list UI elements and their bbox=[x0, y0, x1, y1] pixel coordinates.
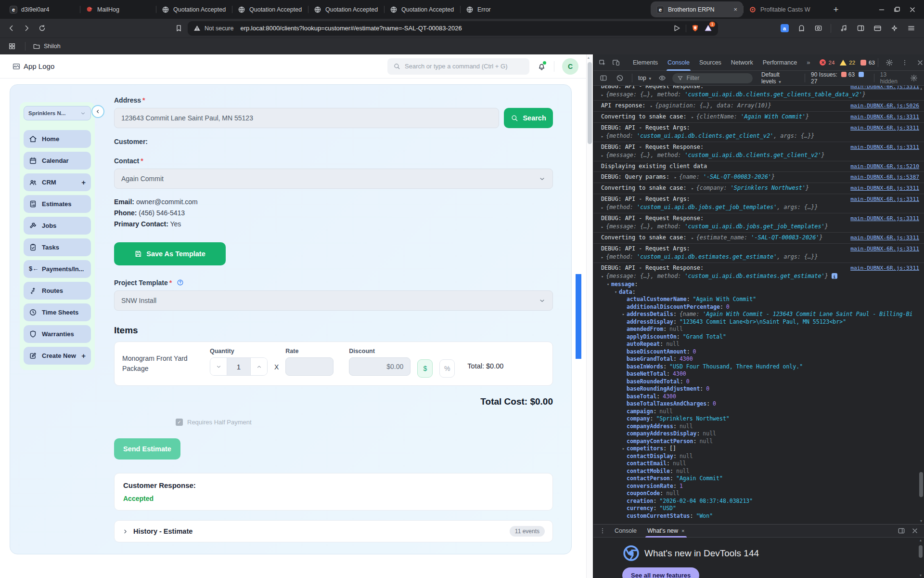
rate-input[interactable] bbox=[285, 357, 334, 376]
object-tree-row[interactable]: autoRepeat:null bbox=[593, 341, 924, 348]
save-as-template-button[interactable]: Save As Template bbox=[114, 242, 226, 265]
object-preview[interactable]: ▸{clientName: 'Again With Commit'} bbox=[692, 113, 846, 121]
sidebar-collapse-button[interactable] bbox=[91, 105, 104, 118]
brave-shield-icon[interactable] bbox=[691, 24, 699, 32]
object-preview[interactable]: ▸{estimate_name: '-SAL-QT-00083-2026'} bbox=[692, 234, 846, 242]
devtools-tab-console[interactable]: Console bbox=[663, 54, 694, 71]
share-icon[interactable] bbox=[673, 24, 681, 32]
object-tree-row[interactable]: couponCode:null bbox=[593, 490, 924, 498]
quantity-value[interactable]: 1 bbox=[227, 358, 251, 375]
console-log[interactable]: DEBUG: API - Request Response:main-DUBNX… bbox=[593, 86, 924, 524]
object-tree-row[interactable]: baseRoundedTotal:0 bbox=[593, 378, 924, 386]
brave-rewards-icon[interactable]: 1 bbox=[704, 24, 712, 32]
scroll-up-arrow[interactable]: ▲ bbox=[919, 87, 924, 91]
browser-tab[interactable]: ed3i9ei0ar4 bbox=[4, 0, 80, 19]
object-preview[interactable]: ▸{message: {…}, method: 'custom_ui.api.d… bbox=[601, 151, 919, 160]
leo-ai-icon[interactable] bbox=[888, 22, 900, 35]
drawer-layout-icon[interactable] bbox=[895, 525, 908, 537]
forward-button[interactable] bbox=[20, 22, 33, 35]
source-link[interactable]: main-DUBNX-6R.js:5026 bbox=[850, 102, 919, 110]
devtools-settings-icon[interactable] bbox=[883, 56, 896, 69]
tab-close-icon[interactable]: × bbox=[733, 6, 737, 13]
history-section[interactable]: History - Estimate 11 events bbox=[114, 520, 553, 542]
menu-icon[interactable] bbox=[905, 22, 917, 35]
address-search-button[interactable]: Search bbox=[504, 108, 553, 128]
drawer-tab-console[interactable]: Console bbox=[610, 525, 642, 538]
user-avatar[interactable]: C bbox=[562, 58, 578, 75]
add-icon[interactable]: + bbox=[81, 178, 86, 186]
quantity-decrease-button[interactable] bbox=[210, 358, 227, 375]
console-errors-icon[interactable]: ✕ bbox=[820, 59, 826, 66]
drawer-close-icon[interactable] bbox=[909, 525, 921, 537]
sidebar-item-jobs[interactable]: Jobs bbox=[24, 217, 91, 235]
issues-summary[interactable]: 90 Issues:6327 bbox=[811, 71, 868, 85]
contact-select[interactable]: Again Commit bbox=[114, 169, 553, 189]
console-message[interactable]: DEBUG: API - Request Args:main-DUBNX-6R.… bbox=[593, 123, 924, 142]
source-link[interactable]: main-DUBNX-6R.js:3311 bbox=[850, 214, 919, 223]
sidebar-item-crm[interactable]: CRM+ bbox=[24, 173, 91, 191]
sidebar-item-estimates[interactable]: Estimates bbox=[24, 195, 91, 213]
project-template-select[interactable]: SNW Install bbox=[114, 290, 553, 311]
add-icon[interactable]: + bbox=[81, 352, 86, 360]
object-tree-row[interactable]: actualCustomerName:"Again With Commit" bbox=[593, 296, 924, 303]
browser-tab[interactable]: Quotation Accepted bbox=[308, 0, 384, 19]
source-link[interactable]: main-DUBNX-6R.js:3311 bbox=[850, 264, 919, 272]
reload-button[interactable] bbox=[36, 22, 48, 35]
object-tree-row[interactable]: baseDiscountAmount:0 bbox=[593, 348, 924, 356]
devtools-close-icon[interactable] bbox=[914, 56, 924, 69]
object-tree-row[interactable]: companyAddress:null bbox=[593, 423, 924, 431]
source-link[interactable]: main-DUBNX-6R.js:3311 bbox=[850, 195, 919, 203]
console-errors-count[interactable]: 24 bbox=[828, 60, 834, 66]
devtools-tab-elements[interactable]: Elements bbox=[628, 54, 663, 71]
object-preview[interactable]: ▸{method: 'custom_ui.api.db.clients.get_… bbox=[601, 132, 919, 141]
expand-arrow-icon[interactable]: ▸ bbox=[620, 311, 627, 318]
console-scrollbar[interactable]: ▲ ▼ bbox=[919, 87, 924, 523]
object-tree-row[interactable]: contactDisplay:null bbox=[593, 453, 924, 460]
object-tree-row[interactable]: baseRoundingAdjustment:0 bbox=[593, 385, 924, 393]
console-message[interactable]: DEBUG: API - Request Response:main-DUBNX… bbox=[593, 263, 924, 281]
back-button[interactable] bbox=[5, 22, 17, 35]
hidden-messages-label[interactable]: 13 hidden bbox=[880, 71, 904, 85]
media-icon[interactable] bbox=[837, 22, 850, 35]
sidebar-item-time-sheets[interactable]: Time Sheets bbox=[24, 303, 91, 321]
object-tree-row[interactable]: ▸competitors:[] bbox=[593, 445, 924, 453]
send-estimate-button[interactable]: Send Estimate bbox=[114, 438, 180, 460]
minimize-button[interactable] bbox=[878, 6, 886, 13]
console-filter-input[interactable] bbox=[687, 75, 744, 81]
object-preview[interactable]: ▸{pagination: {…}, data: Array(10)} bbox=[650, 102, 846, 110]
console-message[interactable]: DEBUG: Query params:▸{name: '-SAL-QT-000… bbox=[593, 172, 924, 183]
new-tab-button[interactable]: + bbox=[828, 4, 844, 15]
app-logo[interactable]: App Logo bbox=[12, 62, 54, 71]
discount-dollar-toggle[interactable]: $ bbox=[417, 359, 433, 378]
discount-input[interactable]: $0.00 bbox=[349, 357, 411, 376]
source-link[interactable]: main-DUBNX-6R.js:3311 bbox=[850, 86, 919, 91]
console-message[interactable]: DEBUG: API - Request Args:main-DUBNX-6R.… bbox=[593, 194, 924, 213]
object-preview[interactable]: ▸{message: {…}, method: 'custom_ui.api.d… bbox=[601, 91, 919, 99]
console-message[interactable]: DEBUG: API - Request Response:main-DUBNX… bbox=[593, 213, 924, 233]
object-preview[interactable]: ▸{method: 'custom_ui.api.db.jobs.get_job… bbox=[601, 203, 919, 212]
object-tree-row[interactable]: baseTotal:4300 bbox=[593, 393, 924, 401]
eye-icon[interactable] bbox=[656, 72, 668, 84]
quantity-increase-button[interactable] bbox=[251, 358, 267, 375]
global-search-input[interactable]: Search or type a command (Ctrl + G) bbox=[387, 58, 529, 75]
console-settings-icon[interactable] bbox=[908, 72, 920, 84]
notifications-bell-icon[interactable] bbox=[537, 62, 546, 71]
scroll-up-arrow[interactable]: ▲ bbox=[587, 56, 590, 59]
browser-tab[interactable]: Profitable Casts W bbox=[743, 0, 828, 19]
object-preview[interactable]: ▾{message: {…}, method: 'custom_ui.api.d… bbox=[601, 272, 919, 281]
ghost-extension-icon[interactable] bbox=[795, 22, 808, 35]
quantity-stepper[interactable]: 1 bbox=[210, 357, 268, 376]
object-tree-row[interactable]: ▾message: bbox=[593, 281, 924, 289]
drawer-tab-whats-new[interactable]: What's new × bbox=[642, 525, 690, 538]
object-tree-row[interactable]: creation:"2026-02-04 08:37:48.038213" bbox=[593, 498, 924, 505]
object-tree-row[interactable]: companyAddressDisplay:null bbox=[593, 430, 924, 438]
close-icon[interactable]: × bbox=[681, 528, 684, 534]
console-message[interactable]: Converting to snake case:▸{clientName: '… bbox=[593, 112, 924, 123]
object-tree-row[interactable]: baseGrandTotal:4300 bbox=[593, 355, 924, 363]
expand-arrow-icon[interactable]: ▸ bbox=[620, 445, 627, 453]
console-sidebar-icon[interactable] bbox=[597, 72, 610, 84]
discount-percent-toggle[interactable]: % bbox=[439, 359, 455, 378]
source-link[interactable]: main-DUBNX-6R.js:3311 bbox=[850, 184, 919, 193]
devtools-tab-sources[interactable]: Sources bbox=[694, 54, 726, 71]
more-tabs-icon[interactable]: » bbox=[803, 59, 814, 66]
